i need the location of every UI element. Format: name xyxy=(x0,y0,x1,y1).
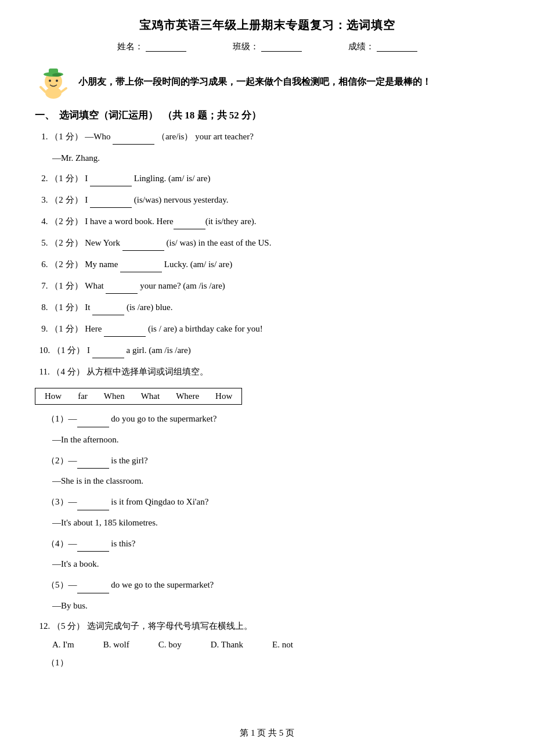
svg-point-4 xyxy=(52,73,62,77)
box-word-6: How xyxy=(215,391,232,401)
section1-name: 选词填空（词汇运用） xyxy=(59,109,158,122)
q2-blank xyxy=(90,177,132,186)
sub-q11-3-ans: —It's about 1, 185 kilometres. xyxy=(52,515,499,531)
q2-score: （1 分） xyxy=(50,174,82,183)
class-field: 班级： xyxy=(233,41,302,52)
question-4: 4. （2 分） I have a word book. Here(it is/… xyxy=(35,214,499,229)
sub-q11-3-blank xyxy=(77,501,109,510)
section1-info: （共 18 题；共 52 分） xyxy=(163,109,261,122)
q12-opt-a: A. I'm xyxy=(52,640,74,650)
q3-blank xyxy=(90,199,132,208)
score-field: 成绩： xyxy=(348,41,417,52)
page-title: 宝鸡市英语三年级上册期末专题复习：选词填空 xyxy=(35,17,499,33)
section1-num: 一、 xyxy=(35,109,55,122)
q9-score: （1 分） xyxy=(50,324,82,333)
q11-score: （4 分） xyxy=(52,367,84,376)
q12-opt-e: E. not xyxy=(272,640,293,650)
q6-blank xyxy=(120,263,162,272)
question-7: 7. （1 分） What your name? (am /is /are) xyxy=(35,278,499,294)
question-8: 8. （1 分） It (is /are) blue. xyxy=(35,300,499,315)
q1-blank xyxy=(113,135,154,145)
sub-q11-4: （4）— is this? xyxy=(46,535,499,552)
section1-title: 一、 选词填空（词汇运用） （共 18 题；共 52 分） xyxy=(35,109,499,122)
sub-q11-4-ans: —It's a book. xyxy=(52,556,499,572)
q12-score: （5 分） xyxy=(52,621,85,631)
svg-line-8 xyxy=(62,88,66,92)
box-word-3: When xyxy=(104,391,125,401)
name-blank xyxy=(146,42,186,52)
svg-point-6 xyxy=(56,80,58,82)
question-11: 11. （4 分） 从方框中选择单词或词组填空。 xyxy=(35,364,499,380)
word-box: How far When What Where How xyxy=(35,388,242,405)
question-6: 6. （2 分） My name Lucky. (am/ is/ are) xyxy=(35,257,499,272)
sub-q11-2-ans: —She is in the classroom. xyxy=(52,473,499,489)
question-1: 1. （1 分） —Who （are/is） your art teacher? xyxy=(35,129,499,145)
sub-q11-1-ans: —In the afternoon. xyxy=(52,432,499,448)
svg-point-5 xyxy=(49,80,51,82)
sub-q11-1: （1）— do you go to the supermarket? xyxy=(46,411,499,427)
box-word-4: What xyxy=(141,391,160,401)
svg-line-7 xyxy=(41,87,45,92)
box-word-1: How xyxy=(45,391,62,401)
sub-q11-3: （3）— is it from Qingdao to Xi'an? xyxy=(46,494,499,510)
question-2: 2. （1 分） I Lingling. (am/ is/ are) xyxy=(35,171,499,186)
q10-blank xyxy=(92,349,124,358)
q7-blank xyxy=(106,285,138,294)
sub-q11-5-ans: —By bus. xyxy=(52,598,499,614)
q8-score: （1 分） xyxy=(50,303,82,312)
name-field: 姓名： xyxy=(117,41,186,52)
question-9: 9. （1 分） Here (is / are) a birthday cake… xyxy=(35,321,499,337)
sub-q11-5: （5）— do we go to the supermarket? xyxy=(46,577,499,593)
page-footer: 第 1 页 共 5 页 xyxy=(0,728,534,739)
sub-q11-4-blank xyxy=(77,542,109,552)
mascot-row: 小朋友，带上你一段时间的学习成果，一起来做个自我检测吧，相信你一定是最棒的！ xyxy=(35,63,499,100)
q8-blank xyxy=(92,306,124,315)
score-blank xyxy=(377,42,417,52)
class-label: 班级： xyxy=(233,41,259,52)
q6-score: （2 分） xyxy=(50,260,82,269)
q3-score: （2 分） xyxy=(50,195,82,204)
class-blank xyxy=(261,42,302,52)
mascot-icon xyxy=(35,63,73,100)
sub-q11-1-blank xyxy=(77,418,109,427)
header-row: 姓名： 班级： 成绩： xyxy=(35,41,499,52)
q7-score: （1 分） xyxy=(50,281,82,290)
q9-blank xyxy=(104,327,146,337)
q12-opt-c: C. boy xyxy=(158,640,182,650)
q12-options-row: A. I'm B. wolf C. boy D. Thank E. not xyxy=(52,640,499,650)
q1-answer: —Mr. Zhang. xyxy=(52,150,499,166)
q10-score: （1 分） xyxy=(52,345,85,355)
box-word-2: far xyxy=(78,391,88,401)
box-word-5: Where xyxy=(176,391,199,401)
q12-opt-d: D. Thank xyxy=(211,640,243,650)
question-5: 5. （2 分） New York (is/ was) in the east … xyxy=(35,235,499,251)
question-3: 3. （2 分） I (is/was) nervous yesterday. xyxy=(35,192,499,208)
q5-score: （2 分） xyxy=(50,238,82,247)
q12-sub-1: （1） xyxy=(46,654,499,671)
score-label: 成绩： xyxy=(348,41,374,52)
question-10: 10. （1 分） I a girl. (am /is /are) xyxy=(35,343,499,358)
sub-q11-2: （2）— is the girl? xyxy=(46,452,499,469)
sub-q11-2-blank xyxy=(77,459,109,469)
q1-score: （1 分） xyxy=(50,132,82,141)
q4-score: （2 分） xyxy=(50,217,82,226)
q5-blank xyxy=(122,242,164,251)
q12-opt-b: B. wolf xyxy=(103,640,129,650)
name-label: 姓名： xyxy=(117,41,143,52)
question-12: 12. （5 分） 选词完成句子，将字母代号填写在横线上。 xyxy=(35,618,499,634)
q4-blank xyxy=(174,220,205,229)
sub-q11-5-blank xyxy=(77,584,109,593)
intro-text: 小朋友，带上你一段时间的学习成果，一起来做个自我检测吧，相信你一定是最棒的！ xyxy=(78,74,431,89)
